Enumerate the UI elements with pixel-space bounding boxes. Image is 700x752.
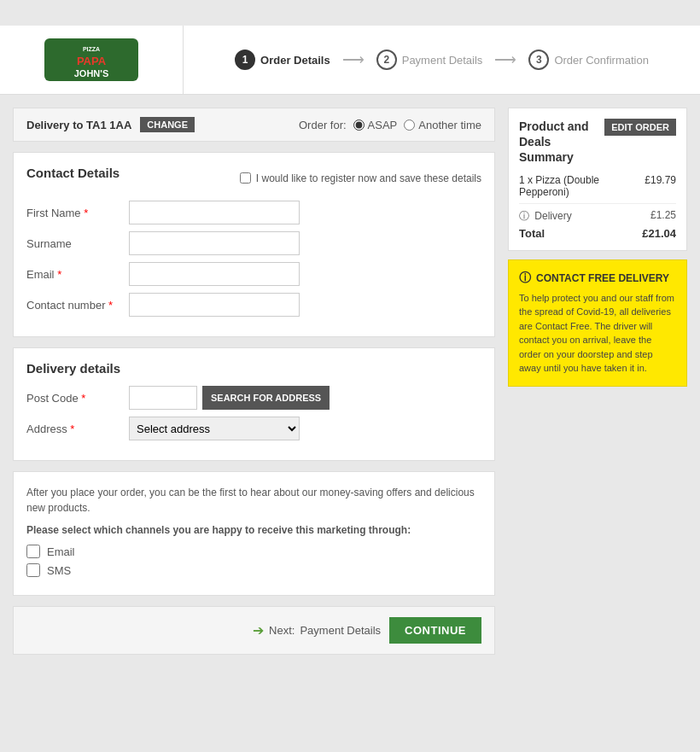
next-page-label: Payment Details xyxy=(300,624,381,637)
surname-input[interactable] xyxy=(129,231,300,255)
total-price: £21.04 xyxy=(642,227,676,240)
summary-card: Product and Deals Summary EDIT ORDER 1 x… xyxy=(508,108,687,251)
first-name-label: First Name * xyxy=(26,207,129,219)
contact-number-label: Contact number * xyxy=(26,299,129,312)
step-1: 1 Order Details xyxy=(235,50,330,70)
edit-order-button[interactable]: EDIT ORDER xyxy=(604,119,676,136)
continue-button[interactable]: CONTINUE xyxy=(389,617,481,644)
marketing-sms-checkbox[interactable] xyxy=(26,563,40,577)
order-item-price: £19.79 xyxy=(645,174,676,198)
delivery-address-text: Delivery to TA1 1AA xyxy=(26,119,131,131)
another-time-option[interactable]: Another time xyxy=(404,119,481,131)
step-3: 3 Order Confirmation xyxy=(528,50,649,70)
contact-number-input[interactable] xyxy=(129,293,300,317)
surname-label: Surname xyxy=(26,237,129,250)
register-label[interactable]: I would like to register now and save th… xyxy=(240,172,481,184)
step-3-label: Order Confirmation xyxy=(554,54,649,67)
change-address-button[interactable]: CHANGE xyxy=(140,117,195,132)
marketing-email-label: Email xyxy=(47,545,75,558)
continue-bar: ➔ Next: Payment Details CONTINUE xyxy=(13,606,495,655)
first-name-row: First Name * xyxy=(26,201,481,224)
summary-header: Product and Deals Summary EDIT ORDER xyxy=(519,119,676,166)
marketing-sms-label: SMS xyxy=(47,564,71,577)
papa-johns-logo: PIZZA PAPA JOHN'S xyxy=(40,34,143,85)
another-time-radio[interactable] xyxy=(404,120,415,131)
address-select[interactable]: Select address xyxy=(129,417,300,440)
marketing-card: After you place your order, you can be t… xyxy=(13,471,495,596)
step-3-circle: 3 xyxy=(528,50,549,70)
order-delivery-row: ⓘ Delivery £1.25 xyxy=(519,209,676,224)
address-label: Address * xyxy=(26,423,129,435)
order-total-row: Total £21.04 xyxy=(519,227,676,240)
postcode-row: Post Code * SEARCH FOR ADDRESS xyxy=(26,386,481,410)
marketing-text-2: Please select which channels you are hap… xyxy=(26,522,481,538)
step-1-circle: 1 xyxy=(235,50,255,70)
delivery-details-card: Delivery details Post Code * SEARCH FOR … xyxy=(13,347,495,461)
summary-title: Product and Deals Summary xyxy=(519,119,604,166)
marketing-sms-row: SMS xyxy=(26,563,481,577)
contact-number-row: Contact number * xyxy=(26,293,481,317)
postcode-req: * xyxy=(81,392,85,405)
next-text: ➔ Next: Payment Details xyxy=(253,622,381,638)
asap-label: ASAP xyxy=(368,119,398,131)
header: PIZZA PAPA JOHN'S 1 Order Details ⟶ 2 Pa… xyxy=(0,26,700,95)
address-req: * xyxy=(70,423,74,435)
asap-radio[interactable] xyxy=(353,120,365,131)
step-2-circle: 2 xyxy=(376,50,397,70)
asap-option[interactable]: ASAP xyxy=(353,119,398,131)
next-arrow-icon: ➔ xyxy=(253,622,264,638)
order-for-label: Order for: xyxy=(299,119,347,131)
contact-details-card: Contact Details I would like to register… xyxy=(13,152,495,337)
email-label: Email * xyxy=(26,268,129,281)
step-2: 2 Payment Details xyxy=(376,50,483,70)
delivery-info-group: ⓘ Delivery xyxy=(519,209,572,224)
main-content: Delivery to TA1 1AA CHANGE Order for: AS… xyxy=(0,95,700,667)
order-for-group: Order for: ASAP Another time xyxy=(299,119,481,131)
postcode-input[interactable] xyxy=(129,386,197,410)
first-name-input[interactable] xyxy=(129,201,300,224)
marketing-email-checkbox[interactable] xyxy=(26,545,40,558)
svg-text:JOHN'S: JOHN'S xyxy=(74,68,109,79)
svg-text:PIZZA: PIZZA xyxy=(83,46,100,52)
contact-free-banner: ⓘ CONTACT FREE DELIVERY To help protect … xyxy=(508,259,687,387)
marketing-text-1: After you place your order, you can be t… xyxy=(26,485,481,516)
step-arrow-2: ⟶ xyxy=(494,50,516,69)
total-label: Total xyxy=(519,227,545,240)
search-address-button[interactable]: SEARCH FOR ADDRESS xyxy=(202,386,330,410)
another-time-label: Another time xyxy=(418,119,481,131)
email-input[interactable] xyxy=(129,262,300,286)
register-checkbox[interactable] xyxy=(240,172,251,184)
info-icon: ⓘ xyxy=(519,210,529,222)
order-divider xyxy=(519,203,676,204)
svg-text:PAPA: PAPA xyxy=(77,55,107,67)
logo-area: PIZZA PAPA JOHN'S xyxy=(0,26,184,94)
steps-area: 1 Order Details ⟶ 2 Payment Details ⟶ 3 … xyxy=(184,26,700,94)
contact-free-header: ⓘ CONTACT FREE DELIVERY xyxy=(519,271,676,286)
info-circle-icon: ⓘ xyxy=(519,271,531,286)
contact-free-title: CONTACT FREE DELIVERY xyxy=(536,272,669,284)
contact-number-req: * xyxy=(108,299,113,312)
postcode-label: Post Code * xyxy=(26,392,129,405)
delivery-label: Delivery xyxy=(534,210,571,222)
right-column: Product and Deals Summary EDIT ORDER 1 x… xyxy=(508,108,687,655)
step-1-label: Order Details xyxy=(260,54,330,67)
contact-details-header: Contact Details I would like to register… xyxy=(26,166,481,190)
register-text: I would like to register now and save th… xyxy=(256,172,481,184)
surname-row: Surname xyxy=(26,231,481,255)
contact-free-text: To help protect you and our staff from t… xyxy=(519,291,676,376)
contact-details-title: Contact Details xyxy=(26,166,120,180)
next-label: Next: xyxy=(269,624,295,637)
step-arrow-1: ⟶ xyxy=(342,50,365,69)
delivery-details-title: Delivery details xyxy=(26,361,481,376)
email-req: * xyxy=(57,268,61,281)
address-row: Address * Select address xyxy=(26,417,481,440)
step-2-label: Payment Details xyxy=(402,54,483,67)
order-item-name: 1 x Pizza (Double Pepperoni) xyxy=(519,174,645,198)
delivery-bar: Delivery to TA1 1AA CHANGE Order for: AS… xyxy=(13,108,495,142)
order-item-row: 1 x Pizza (Double Pepperoni) £19.79 xyxy=(519,174,676,198)
email-row: Email * xyxy=(26,262,481,286)
left-column: Delivery to TA1 1AA CHANGE Order for: AS… xyxy=(13,108,495,655)
first-name-req: * xyxy=(84,207,88,219)
delivery-price: £1.25 xyxy=(650,209,676,224)
marketing-email-row: Email xyxy=(26,545,481,558)
